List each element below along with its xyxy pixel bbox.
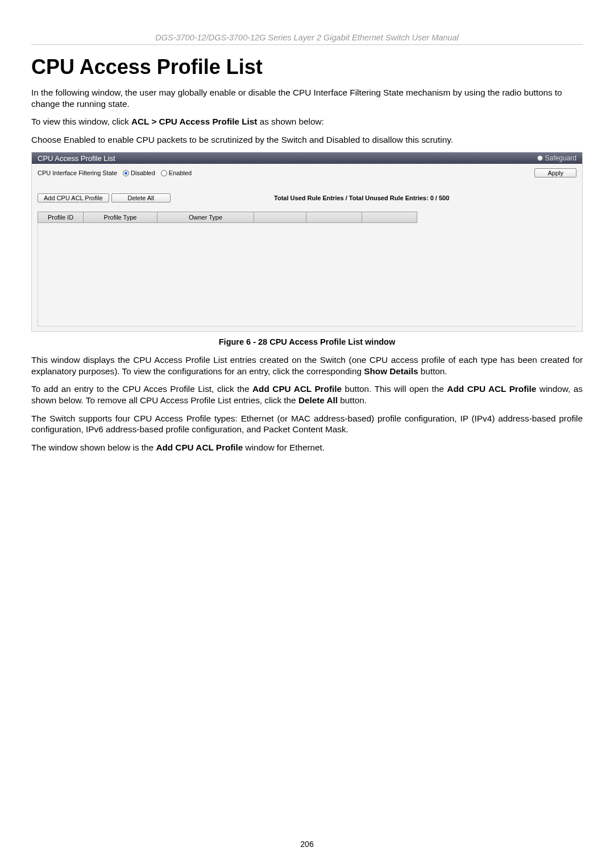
paragraph-types: The Switch supports four CPU Access Prof… bbox=[31, 413, 583, 435]
bold-show-details: Show Details bbox=[364, 366, 418, 376]
page-number: 206 bbox=[0, 840, 614, 849]
text: button. bbox=[418, 366, 447, 376]
nav-path: ACL > CPU Access Profile List bbox=[131, 117, 257, 126]
radio-enabled[interactable]: Enabled bbox=[161, 170, 192, 176]
text: To add an entry to the CPU Acces Profile… bbox=[31, 384, 252, 394]
page-header: DGS-3700-12/DGS-3700-12G Series Layer 2 … bbox=[31, 33, 583, 45]
text: button. bbox=[338, 395, 367, 405]
col-empty bbox=[306, 212, 362, 223]
apply-button[interactable]: Apply bbox=[534, 168, 576, 177]
radio-icon bbox=[123, 170, 129, 176]
panel-title: CPU Access Profile List bbox=[38, 154, 115, 163]
bold-add-window-eth: Add CPU ACL Profile bbox=[156, 443, 243, 452]
paragraph-ethernet: The window shown below is the Add CPU AC… bbox=[31, 442, 583, 453]
paragraph-add-entry: To add an entry to the CPU Acces Profile… bbox=[31, 383, 583, 406]
radio-label: Disabled bbox=[131, 170, 155, 176]
figure-caption: Figure 6 - 28 CPU Access Profile List wi… bbox=[31, 337, 583, 346]
text: window for Ethernet. bbox=[243, 443, 325, 452]
bold-delete-all: Delete All bbox=[298, 395, 338, 405]
paragraph-nav: To view this window, click ACL > CPU Acc… bbox=[31, 116, 583, 127]
delete-all-button[interactable]: Delete All bbox=[111, 193, 171, 202]
text: The window shown below is the bbox=[31, 443, 156, 452]
radio-icon bbox=[161, 170, 167, 176]
text: button. This will open the bbox=[342, 384, 447, 394]
bold-add-window: Add CPU ACL Profile bbox=[447, 384, 536, 394]
col-empty bbox=[362, 212, 417, 223]
page-title: CPU Access Profile List bbox=[31, 55, 583, 79]
text: This window displays the CPU Access Prof… bbox=[31, 355, 583, 376]
radio-label: Enabled bbox=[169, 170, 192, 176]
paragraph-intro: In the following window, the user may gl… bbox=[31, 87, 583, 109]
col-empty bbox=[254, 212, 306, 223]
screenshot-panel: CPU Access Profile List Safeguard CPU In… bbox=[31, 152, 583, 332]
text: To view this window, click bbox=[31, 117, 131, 126]
radio-disabled[interactable]: Disabled bbox=[123, 170, 155, 176]
col-profile-type: Profile Type bbox=[83, 212, 157, 223]
profile-table-body bbox=[38, 223, 576, 326]
filter-state-label: CPU Interface Filtering State bbox=[38, 170, 117, 176]
profile-table-header: Profile ID Profile Type Owner Type bbox=[38, 212, 576, 223]
paragraph-display: This window displays the CPU Access Prof… bbox=[31, 354, 583, 377]
bold-add-button: Add CPU ACL Profile bbox=[252, 384, 342, 394]
safeguard-icon bbox=[537, 155, 543, 161]
panel-titlebar: CPU Access Profile List Safeguard bbox=[32, 152, 582, 164]
safeguard-label: Safeguard bbox=[545, 154, 576, 162]
safeguard-badge: Safeguard bbox=[537, 154, 576, 162]
col-owner-type: Owner Type bbox=[157, 212, 254, 223]
col-profile-id: Profile ID bbox=[38, 212, 83, 223]
rule-entries-status: Total Used Rule Entries / Total Unused R… bbox=[274, 195, 449, 201]
add-cpu-acl-profile-button[interactable]: Add CPU ACL Profile bbox=[38, 193, 109, 202]
text: as shown below: bbox=[257, 117, 323, 126]
paragraph-choose: Choose Enabled to enable CPU packets to … bbox=[31, 134, 583, 146]
